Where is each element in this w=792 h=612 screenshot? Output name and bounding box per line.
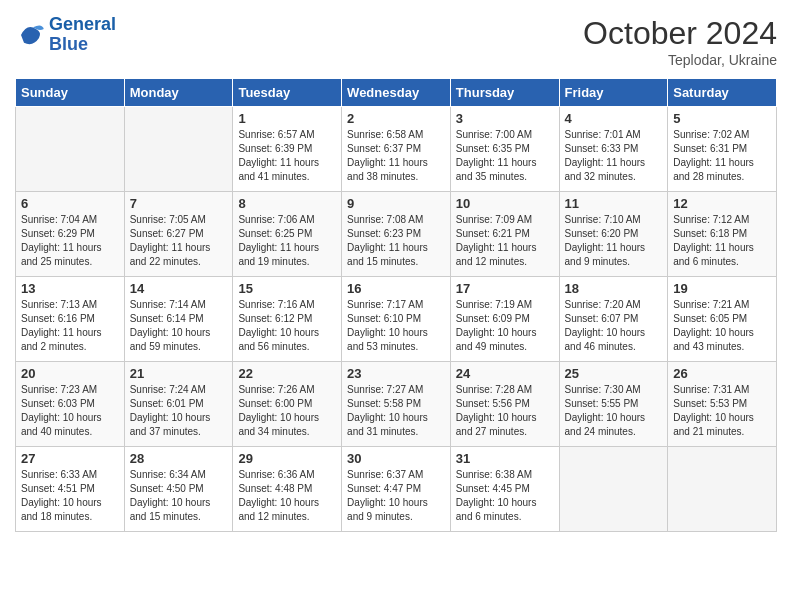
day-info: Sunrise: 7:09 AMSunset: 6:21 PMDaylight:… (456, 213, 554, 269)
calendar-cell: 15 Sunrise: 7:16 AMSunset: 6:12 PMDaylig… (233, 277, 342, 362)
day-number: 18 (565, 281, 663, 296)
col-header-monday: Monday (124, 79, 233, 107)
calendar-cell: 4 Sunrise: 7:01 AMSunset: 6:33 PMDayligh… (559, 107, 668, 192)
calendar-cell: 20 Sunrise: 7:23 AMSunset: 6:03 PMDaylig… (16, 362, 125, 447)
calendar-cell (559, 447, 668, 532)
calendar-table: SundayMondayTuesdayWednesdayThursdayFrid… (15, 78, 777, 532)
logo: General Blue (15, 15, 116, 55)
calendar-header-row: SundayMondayTuesdayWednesdayThursdayFrid… (16, 79, 777, 107)
day-number: 29 (238, 451, 336, 466)
day-info: Sunrise: 7:05 AMSunset: 6:27 PMDaylight:… (130, 213, 228, 269)
calendar-cell (668, 447, 777, 532)
day-number: 15 (238, 281, 336, 296)
day-number: 7 (130, 196, 228, 211)
calendar-cell: 17 Sunrise: 7:19 AMSunset: 6:09 PMDaylig… (450, 277, 559, 362)
calendar-week-3: 13 Sunrise: 7:13 AMSunset: 6:16 PMDaylig… (16, 277, 777, 362)
month-title: October 2024 (583, 15, 777, 52)
calendar-cell: 29 Sunrise: 6:36 AMSunset: 4:48 PMDaylig… (233, 447, 342, 532)
day-number: 26 (673, 366, 771, 381)
day-number: 17 (456, 281, 554, 296)
day-info: Sunrise: 7:20 AMSunset: 6:07 PMDaylight:… (565, 298, 663, 354)
calendar-week-5: 27 Sunrise: 6:33 AMSunset: 4:51 PMDaylig… (16, 447, 777, 532)
day-number: 1 (238, 111, 336, 126)
day-number: 6 (21, 196, 119, 211)
day-info: Sunrise: 7:10 AMSunset: 6:20 PMDaylight:… (565, 213, 663, 269)
calendar-cell (124, 107, 233, 192)
day-info: Sunrise: 7:24 AMSunset: 6:01 PMDaylight:… (130, 383, 228, 439)
day-info: Sunrise: 6:33 AMSunset: 4:51 PMDaylight:… (21, 468, 119, 524)
calendar-cell: 31 Sunrise: 6:38 AMSunset: 4:45 PMDaylig… (450, 447, 559, 532)
day-number: 14 (130, 281, 228, 296)
day-number: 11 (565, 196, 663, 211)
day-number: 19 (673, 281, 771, 296)
day-info: Sunrise: 7:12 AMSunset: 6:18 PMDaylight:… (673, 213, 771, 269)
day-info: Sunrise: 6:57 AMSunset: 6:39 PMDaylight:… (238, 128, 336, 184)
day-info: Sunrise: 7:16 AMSunset: 6:12 PMDaylight:… (238, 298, 336, 354)
calendar-cell: 8 Sunrise: 7:06 AMSunset: 6:25 PMDayligh… (233, 192, 342, 277)
day-info: Sunrise: 7:21 AMSunset: 6:05 PMDaylight:… (673, 298, 771, 354)
day-info: Sunrise: 7:14 AMSunset: 6:14 PMDaylight:… (130, 298, 228, 354)
day-number: 22 (238, 366, 336, 381)
col-header-friday: Friday (559, 79, 668, 107)
day-number: 12 (673, 196, 771, 211)
day-number: 25 (565, 366, 663, 381)
day-number: 21 (130, 366, 228, 381)
col-header-wednesday: Wednesday (342, 79, 451, 107)
calendar-cell: 26 Sunrise: 7:31 AMSunset: 5:53 PMDaylig… (668, 362, 777, 447)
col-header-sunday: Sunday (16, 79, 125, 107)
calendar-cell: 13 Sunrise: 7:13 AMSunset: 6:16 PMDaylig… (16, 277, 125, 362)
day-info: Sunrise: 7:08 AMSunset: 6:23 PMDaylight:… (347, 213, 445, 269)
day-number: 28 (130, 451, 228, 466)
day-info: Sunrise: 7:27 AMSunset: 5:58 PMDaylight:… (347, 383, 445, 439)
calendar-cell: 25 Sunrise: 7:30 AMSunset: 5:55 PMDaylig… (559, 362, 668, 447)
calendar-cell: 12 Sunrise: 7:12 AMSunset: 6:18 PMDaylig… (668, 192, 777, 277)
title-block: October 2024 Teplodar, Ukraine (583, 15, 777, 68)
day-info: Sunrise: 7:06 AMSunset: 6:25 PMDaylight:… (238, 213, 336, 269)
logo-icon (15, 20, 45, 50)
calendar-cell: 22 Sunrise: 7:26 AMSunset: 6:00 PMDaylig… (233, 362, 342, 447)
calendar-cell: 11 Sunrise: 7:10 AMSunset: 6:20 PMDaylig… (559, 192, 668, 277)
day-number: 9 (347, 196, 445, 211)
day-info: Sunrise: 6:34 AMSunset: 4:50 PMDaylight:… (130, 468, 228, 524)
calendar-cell: 10 Sunrise: 7:09 AMSunset: 6:21 PMDaylig… (450, 192, 559, 277)
day-number: 20 (21, 366, 119, 381)
calendar-cell: 14 Sunrise: 7:14 AMSunset: 6:14 PMDaylig… (124, 277, 233, 362)
day-number: 16 (347, 281, 445, 296)
calendar-cell: 1 Sunrise: 6:57 AMSunset: 6:39 PMDayligh… (233, 107, 342, 192)
calendar-cell (16, 107, 125, 192)
day-number: 23 (347, 366, 445, 381)
day-info: Sunrise: 7:17 AMSunset: 6:10 PMDaylight:… (347, 298, 445, 354)
day-number: 3 (456, 111, 554, 126)
day-number: 30 (347, 451, 445, 466)
day-info: Sunrise: 7:30 AMSunset: 5:55 PMDaylight:… (565, 383, 663, 439)
calendar-cell: 27 Sunrise: 6:33 AMSunset: 4:51 PMDaylig… (16, 447, 125, 532)
day-number: 13 (21, 281, 119, 296)
calendar-cell: 2 Sunrise: 6:58 AMSunset: 6:37 PMDayligh… (342, 107, 451, 192)
day-info: Sunrise: 7:02 AMSunset: 6:31 PMDaylight:… (673, 128, 771, 184)
day-info: Sunrise: 6:58 AMSunset: 6:37 PMDaylight:… (347, 128, 445, 184)
day-info: Sunrise: 7:00 AMSunset: 6:35 PMDaylight:… (456, 128, 554, 184)
col-header-saturday: Saturday (668, 79, 777, 107)
day-info: Sunrise: 7:28 AMSunset: 5:56 PMDaylight:… (456, 383, 554, 439)
day-number: 10 (456, 196, 554, 211)
day-info: Sunrise: 7:04 AMSunset: 6:29 PMDaylight:… (21, 213, 119, 269)
day-number: 5 (673, 111, 771, 126)
day-info: Sunrise: 7:19 AMSunset: 6:09 PMDaylight:… (456, 298, 554, 354)
calendar-cell: 19 Sunrise: 7:21 AMSunset: 6:05 PMDaylig… (668, 277, 777, 362)
calendar-cell: 5 Sunrise: 7:02 AMSunset: 6:31 PMDayligh… (668, 107, 777, 192)
day-number: 2 (347, 111, 445, 126)
day-info: Sunrise: 7:23 AMSunset: 6:03 PMDaylight:… (21, 383, 119, 439)
col-header-tuesday: Tuesday (233, 79, 342, 107)
calendar-cell: 9 Sunrise: 7:08 AMSunset: 6:23 PMDayligh… (342, 192, 451, 277)
day-number: 24 (456, 366, 554, 381)
calendar-cell: 21 Sunrise: 7:24 AMSunset: 6:01 PMDaylig… (124, 362, 233, 447)
calendar-week-1: 1 Sunrise: 6:57 AMSunset: 6:39 PMDayligh… (16, 107, 777, 192)
day-number: 27 (21, 451, 119, 466)
page-header: General Blue October 2024 Teplodar, Ukra… (15, 15, 777, 68)
day-info: Sunrise: 6:38 AMSunset: 4:45 PMDaylight:… (456, 468, 554, 524)
day-info: Sunrise: 6:37 AMSunset: 4:47 PMDaylight:… (347, 468, 445, 524)
location-subtitle: Teplodar, Ukraine (583, 52, 777, 68)
calendar-cell: 7 Sunrise: 7:05 AMSunset: 6:27 PMDayligh… (124, 192, 233, 277)
day-number: 4 (565, 111, 663, 126)
day-info: Sunrise: 7:26 AMSunset: 6:00 PMDaylight:… (238, 383, 336, 439)
